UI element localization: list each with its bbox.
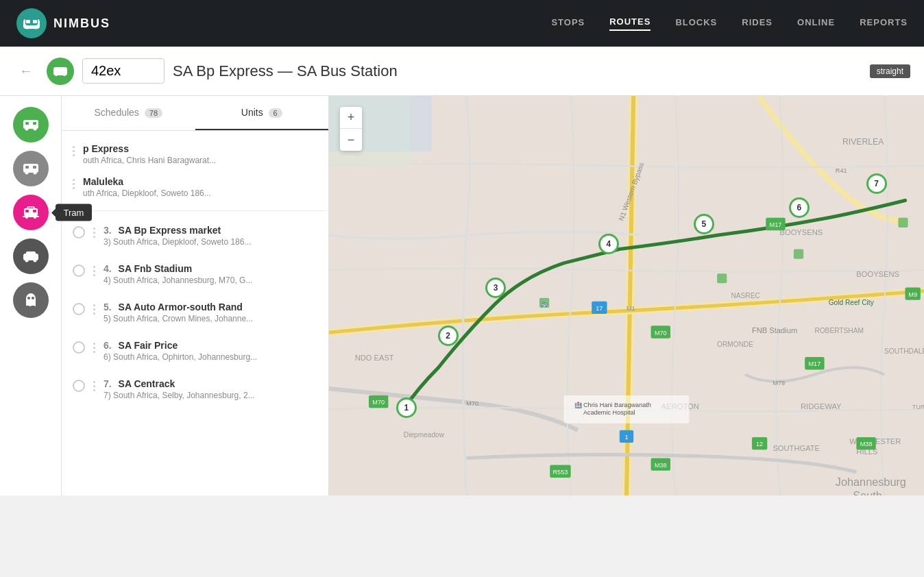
svg-text:NASREC: NASREC <box>731 292 759 299</box>
svg-text:Johannesburg: Johannesburg <box>836 476 906 488</box>
svg-point-7 <box>55 73 58 76</box>
nav-stops[interactable]: STOPS <box>551 17 585 30</box>
svg-text:NDO EAST: NDO EAST <box>355 354 394 362</box>
svg-text:17: 17 <box>596 305 603 312</box>
stop-address: outh Africa, Chris Hani Baragwarat... <box>83 156 317 165</box>
stop-name: 7. SA Centrack <box>104 378 317 389</box>
stop-info: p Express outh Africa, Chris Hani Baragw… <box>83 143 317 165</box>
svg-text:BOOYSENS: BOOYSENS <box>780 228 823 236</box>
svg-point-34 <box>27 297 30 299</box>
svg-point-35 <box>32 297 34 299</box>
type-bus-gray-button[interactable] <box>13 151 49 186</box>
map-marker-4[interactable]: 4 <box>598 234 619 254</box>
stop-number: 3. <box>104 225 112 236</box>
svg-text:M17: M17 <box>809 360 821 367</box>
stop-info: Maluleka uth Africa, Diepkloof, Soweto 1… <box>83 176 317 198</box>
map-marker-1[interactable]: 1 <box>396 397 417 418</box>
stop-radio[interactable] <box>73 380 85 392</box>
svg-text:M9: M9 <box>908 291 917 298</box>
stops-panel: Schedules 78 Units 6 p Express outh Afri… <box>62 96 329 495</box>
svg-rect-17 <box>25 166 29 169</box>
stop-address: 3) South Africa, Diepkloof, Soweto 186..… <box>104 237 317 247</box>
list-item[interactable]: 5. SA Auto Armor-south Rand 5) South Afr… <box>62 293 328 332</box>
svg-text:M1: M1 <box>627 305 635 312</box>
back-button[interactable]: ← <box>14 58 38 84</box>
list-item[interactable]: 6. SA Fair Price 6) South Africa, Ophirt… <box>62 332 328 370</box>
nav-online[interactable]: ONLINE <box>797 17 835 30</box>
svg-text:🏥: 🏥 <box>574 401 583 409</box>
svg-rect-91 <box>717 273 727 283</box>
map-marker-2[interactable]: 2 <box>438 326 459 346</box>
logo-icon <box>16 8 47 38</box>
route-number-input[interactable] <box>82 58 165 84</box>
svg-rect-29 <box>26 251 36 256</box>
drag-handle <box>73 176 75 189</box>
svg-point-8 <box>63 73 66 76</box>
list-item[interactable]: 7. SA Centrack 7) South Africa, Selby, J… <box>62 370 328 408</box>
route-type-badge: straight <box>870 64 910 78</box>
map-marker-7[interactable]: 7 <box>866 173 887 194</box>
map-marker-6[interactable]: 6 <box>789 197 810 218</box>
drag-handle <box>93 263 95 276</box>
stop-name: 3. SA Bp Express market <box>104 225 317 236</box>
svg-rect-4 <box>26 20 30 23</box>
svg-rect-93 <box>898 218 908 228</box>
stops-list: 3. SA Bp Express market 3) South Africa,… <box>62 211 328 495</box>
svg-text:SOUTHGATE: SOUTHGATE <box>773 444 820 452</box>
list-item[interactable]: 4. SA Fnb Stadium 4) South Africa, Johan… <box>62 255 328 293</box>
svg-text:🚌: 🚌 <box>541 300 548 308</box>
list-item[interactable]: p Express outh Africa, Chris Hani Baragw… <box>73 138 317 171</box>
map-marker-5[interactable]: 5 <box>694 214 714 234</box>
top-navigation: NIMBUS STOPS ROUTES BLOCKS RIDES ONLINE … <box>0 0 924 47</box>
stop-info: 6. SA Fair Price 6) South Africa, Ophirt… <box>104 340 317 362</box>
tab-schedules[interactable]: Schedules 78 <box>62 96 195 130</box>
logo-text: NIMBUS <box>53 16 110 31</box>
type-bus-green-button[interactable] <box>13 107 49 143</box>
list-item[interactable]: 3. SA Bp Express market 3) South Africa,… <box>62 217 328 255</box>
svg-point-10 <box>25 127 28 131</box>
svg-text:M70: M70 <box>372 399 385 406</box>
tram-tooltip: Tram <box>56 204 93 221</box>
stop-name: 5. SA Auto Armor-south Rand <box>104 302 317 312</box>
svg-text:RIVERLEA: RIVERLEA <box>842 137 884 147</box>
route-icon-badge <box>47 58 74 85</box>
type-sidebar: Tram <box>0 96 62 495</box>
stop-info: 7. SA Centrack 7) South Africa, Selby, J… <box>104 378 317 400</box>
tab-units[interactable]: Units 6 <box>195 96 329 130</box>
zoom-in-button[interactable]: + <box>340 107 362 129</box>
stop-radio[interactable] <box>73 226 85 238</box>
svg-point-3 <box>34 26 38 29</box>
svg-point-2 <box>26 26 29 29</box>
svg-text:M38: M38 <box>860 441 873 447</box>
map-marker-3[interactable]: 3 <box>485 278 506 298</box>
stop-radio[interactable] <box>73 341 85 354</box>
stop-number: 7. <box>104 378 112 389</box>
nav-links: STOPS ROUTES BLOCKS RIDES ONLINE REPORTS <box>551 16 908 31</box>
list-item[interactable]: Maluleka uth Africa, Diepkloof, Soweto 1… <box>73 171 317 204</box>
zoom-out-button[interactable]: − <box>340 129 362 151</box>
stop-radio[interactable] <box>73 265 85 277</box>
svg-text:Diepmeadow: Diepmeadow <box>404 431 445 439</box>
svg-text:ORMONDE: ORMONDE <box>717 341 753 348</box>
nav-blocks[interactable]: BLOCKS <box>675 17 717 30</box>
type-ghost-button[interactable] <box>13 282 49 318</box>
svg-rect-13 <box>33 122 36 125</box>
nav-reports[interactable]: REPORTS <box>860 17 908 30</box>
tab-units-label: Units <box>241 107 263 118</box>
svg-text:South: South <box>853 489 882 495</box>
svg-text:SOUTHDALE: SOUTHDALE <box>884 347 924 355</box>
svg-rect-5 <box>33 20 37 23</box>
type-taxi-button[interactable] <box>13 238 49 274</box>
svg-text:BOOYSENS: BOOYSENS <box>856 270 899 278</box>
nav-rides[interactable]: RIDES <box>742 17 773 30</box>
type-tram-button[interactable]: Tram <box>13 195 49 230</box>
svg-text:1: 1 <box>624 434 628 441</box>
tab-schedules-label: Schedules <box>94 107 138 118</box>
stop-radio[interactable] <box>73 303 85 315</box>
nav-routes[interactable]: ROUTES <box>609 16 651 31</box>
svg-text:M79: M79 <box>773 380 785 386</box>
stop-number: 5. <box>104 302 112 312</box>
stop-info: 3. SA Bp Express market 3) South Africa,… <box>104 225 317 247</box>
svg-point-21 <box>25 216 28 219</box>
stop-address: 4) South Africa, Johannesburg, M70, G... <box>104 275 317 285</box>
